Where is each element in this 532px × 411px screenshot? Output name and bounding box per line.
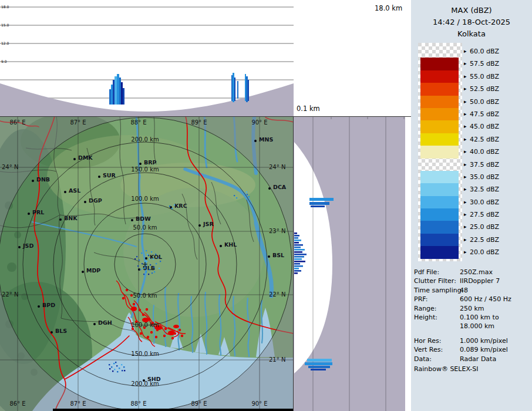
range-ring-label: 100.0 km xyxy=(131,322,159,328)
lat-label-left: 24° N xyxy=(2,164,18,170)
lon-label-bottom: 89° E xyxy=(191,400,207,407)
city-label: PRL xyxy=(32,209,44,215)
info-row: Pdf File:250Z.max xyxy=(414,268,530,277)
legend-swatch xyxy=(420,146,459,158)
info-label: Height: xyxy=(414,313,460,322)
city-dot xyxy=(28,213,30,215)
info-value: 0.100 km to xyxy=(460,313,530,322)
city-label: SUR xyxy=(103,172,116,178)
city-dot xyxy=(84,201,86,203)
legend-swatch xyxy=(420,234,459,246)
product-info-block: Pdf File:250Z.maxClutter Filter:IIRDoppl… xyxy=(414,268,530,363)
legend-arrow-icon: ▸ xyxy=(464,58,467,70)
legend-swatch xyxy=(420,45,459,58)
legend-arrow-icon: ▸ xyxy=(464,183,467,196)
city-label: BPD xyxy=(42,302,55,308)
side-axis-min-label: 0.1 km xyxy=(297,105,320,113)
info-value: IIRDoppler 7 xyxy=(460,277,530,285)
info-label: Vert Res: xyxy=(414,345,460,354)
legend-entry: ▸20.0 dBZ xyxy=(420,246,529,258)
legend-entry: ▸45.0 dBZ xyxy=(420,120,529,133)
city-dot xyxy=(38,305,40,308)
city-label: DGH xyxy=(98,319,112,326)
legend-entry-label: 20.0 dBZ xyxy=(470,246,499,258)
lat-label-right: 23° N xyxy=(269,228,285,234)
height-tick-label: 9.0 xyxy=(1,59,7,63)
legend-entry: ▸42.5 dBZ xyxy=(420,133,529,146)
info-row: Hor Res:1.000 km/pixel xyxy=(414,336,530,345)
city-dot xyxy=(18,246,21,248)
city-label: DMK xyxy=(78,154,93,161)
legend-entry-label: 55.0 dBZ xyxy=(470,70,499,83)
legend-arrow-icon: ▸ xyxy=(464,108,467,120)
city-dot xyxy=(198,224,201,227)
info-value: 250 km xyxy=(460,304,530,313)
legend-swatch xyxy=(420,196,459,208)
city-dot xyxy=(98,176,100,178)
info-value: 48 xyxy=(460,286,530,295)
legend-arrow-icon: ▸ xyxy=(464,83,467,95)
info-label xyxy=(414,322,460,331)
legend-entry-label: 40.0 dBZ xyxy=(470,146,499,158)
info-row: Clutter Filter:IIRDoppler 7 xyxy=(414,277,530,285)
product-title: MAX (dBZ) xyxy=(411,5,532,16)
legend-swatch xyxy=(420,221,459,233)
city-dot xyxy=(32,180,34,182)
range-ring-label: 100.0 km xyxy=(131,196,159,202)
lon-label-bottom: 87° E xyxy=(70,400,86,407)
lat-label-left: 22° N xyxy=(2,291,18,298)
legend-entry-label: 22.5 dBZ xyxy=(470,234,499,246)
legend-panel: MAX (dBZ) 14:42 / 18-Oct-2025 Kolkata ▸6… xyxy=(411,0,532,411)
city-label: MDP xyxy=(86,267,100,274)
legend-color-scale: ▸60.0 dBZ▸57.5 dBZ▸55.0 dBZ▸52.5 dBZ▸50.… xyxy=(420,45,529,259)
city-label: MNS xyxy=(259,136,273,143)
city-dot xyxy=(145,257,147,260)
legend-entry-label: 42.5 dBZ xyxy=(470,133,499,146)
city-dot xyxy=(268,255,270,258)
info-row: Range:250 km xyxy=(414,304,530,313)
lon-label-top: 89° E xyxy=(191,119,207,126)
legend-arrow-icon: ▸ xyxy=(464,146,467,158)
legend-swatch xyxy=(420,70,459,83)
info-row: PRF:600 Hz / 450 Hz xyxy=(414,295,530,304)
legend-entry: ▸50.0 dBZ xyxy=(420,96,529,108)
legend-arrow-icon: ▸ xyxy=(464,221,467,233)
legend-entry: ▸40.0 dBZ xyxy=(420,146,529,158)
legend-entry: ▸25.0 dBZ xyxy=(420,221,529,233)
city-label: DGP xyxy=(89,197,102,204)
top-cross-section-panel: 18.015.012.09.0 xyxy=(0,0,294,116)
top-axis-max-label: 18.0 km xyxy=(375,4,402,12)
city-label: BLS xyxy=(55,328,67,334)
title-block: MAX (dBZ) 14:42 / 18-Oct-2025 Kolkata xyxy=(411,5,532,40)
legend-swatch xyxy=(420,133,459,146)
info-value: 18.000 km xyxy=(460,322,530,331)
legend-swatch xyxy=(420,96,459,108)
info-value: 0.089 km/pixel xyxy=(460,345,530,354)
legend-entry-label: 57.5 dBZ xyxy=(470,58,499,70)
info-label: Data: xyxy=(414,355,460,363)
legend-entry: ▸55.0 dBZ xyxy=(420,70,529,83)
city-label: SHD xyxy=(147,376,161,382)
city-dot xyxy=(82,271,84,273)
city-dot xyxy=(93,323,96,325)
info-row: Height:0.100 km to xyxy=(414,313,530,322)
legend-entry: ▸35.0 dBZ xyxy=(420,171,529,183)
side-cross-section-panel xyxy=(294,116,411,411)
legend-entry-label: 47.5 dBZ xyxy=(470,108,499,120)
legend-entry: ▸32.5 dBZ xyxy=(420,183,529,196)
city-dot xyxy=(143,379,145,382)
lat-label-right: 24° N xyxy=(269,164,285,170)
range-ring-label: 150.0 km xyxy=(131,166,159,173)
legend-arrow-icon: ▸ xyxy=(464,45,467,58)
legend-swatch xyxy=(420,120,459,133)
info-value: 600 Hz / 450 Hz xyxy=(460,295,530,304)
city-dot xyxy=(50,331,53,333)
legend-entry: ▸52.5 dBZ xyxy=(420,83,529,95)
city-dot xyxy=(254,140,257,142)
height-tick-label: 12.0 xyxy=(1,41,9,45)
city-dot xyxy=(220,245,222,247)
legend-entry-label: 30.0 dBZ xyxy=(470,196,499,208)
radar-app-window: 18.015.012.09.0 xyxy=(0,0,532,411)
city-dot xyxy=(139,163,142,165)
legend-swatch xyxy=(420,183,459,196)
